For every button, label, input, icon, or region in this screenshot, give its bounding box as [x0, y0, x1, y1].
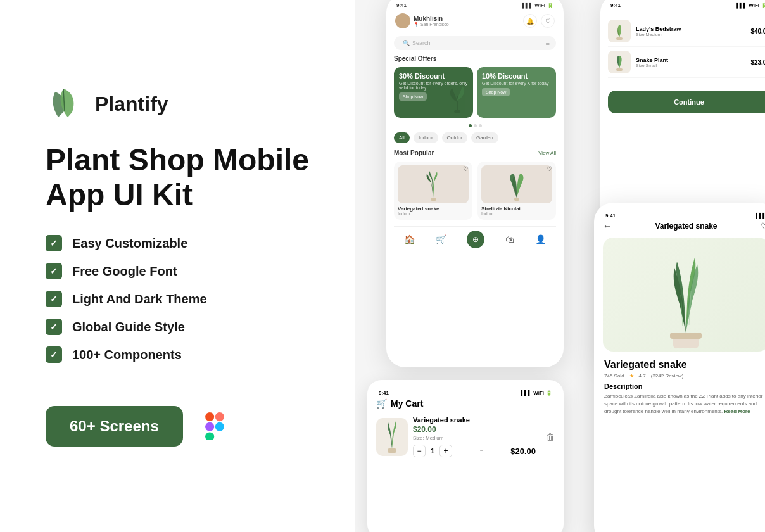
battery-2: 🔋 [761, 3, 765, 8]
svg-rect-1 [215, 412, 224, 421]
nav-home[interactable]: 🏠 [404, 234, 415, 244]
svg-rect-2 [205, 422, 214, 431]
filter-icon[interactable]: ≡ [546, 39, 550, 47]
cat-all[interactable]: All [394, 132, 410, 143]
detail-heart[interactable]: ♡ [761, 221, 765, 231]
qty-increase[interactable]: + [439, 445, 452, 457]
nav-scan[interactable]: ⊕ [467, 231, 484, 248]
figma-icon [201, 412, 229, 440]
app-name: Plantify [95, 92, 168, 116]
heart-icon-1[interactable]: ♡ [463, 165, 469, 172]
cart-item-name: Variegated snake [413, 416, 536, 424]
svg-rect-0 [205, 412, 214, 421]
pot-plant-1 [610, 21, 628, 41]
status-bar-cart: 9:41 ▌▌▌ WiFi 🔋 [376, 389, 555, 398]
cart-plant-svg [380, 419, 404, 454]
phone-main-header: Mukhlisin 📍 San Francisco 🔔 ♡ [394, 11, 556, 31]
right-area: 9:41 ▌▌▌ WiFi 🔋 Mukhlisin 📍 San Francisc… [355, 0, 765, 532]
svg-point-4 [215, 422, 224, 431]
snake-plant-detail [648, 244, 724, 352]
cart-icon: 🛒 [376, 398, 387, 408]
svg-rect-8 [616, 37, 623, 40]
feature-item-1: Easy Customizable [46, 235, 309, 251]
banner-1-btn[interactable]: Shop Now [399, 92, 427, 101]
notification-icon[interactable]: 🔔 [523, 14, 537, 28]
nav-cart[interactable]: 🛒 [436, 234, 446, 244]
detail-plant-image [603, 238, 765, 352]
user-location: 📍 San Francisco [414, 22, 449, 27]
list-item-2: Snake Plant Size Small $23.00 [608, 47, 765, 78]
nav-shop[interactable]: 🛍 [505, 234, 514, 244]
status-bar-detail: 9:41 ▌▌▌ [603, 212, 765, 221]
cart-title: My Cart [391, 398, 423, 408]
feature-label-2: Free Google Font [72, 264, 177, 279]
list-item-1: Lady's Bedstraw Size Medium $40.00 [608, 16, 765, 47]
feature-item-4: Global Guide Style [46, 319, 309, 335]
plant-img-1 [398, 165, 469, 203]
search-bar[interactable]: 🔍 Search ≡ [394, 36, 556, 50]
back-button[interactable]: ← [603, 221, 612, 231]
wifi-2: WiFi [749, 3, 759, 8]
plant-grid: ♡ Variegated snake Indoor ♡ [394, 162, 556, 220]
phone-main-screen: 9:41 ▌▌▌ WiFi 🔋 Mukhlisin 📍 San Francisc… [386, 0, 564, 367]
status-bar-1: 9:41 ▌▌▌ WiFi 🔋 [394, 1, 556, 11]
features-list: Easy Customizable Free Google Font Light… [46, 235, 309, 374]
phone-cart-screen: 9:41 ▌▌▌ WiFi 🔋 🛒 My Cart [367, 380, 564, 532]
svg-rect-14 [388, 448, 396, 453]
category-tabs[interactable]: All Indoor Outdor Garden [394, 132, 556, 143]
carousel-dots [394, 124, 556, 127]
svg-rect-6 [431, 198, 436, 201]
cart-item-details: Variegated snake $20.00 Size: Medium − 1… [413, 416, 536, 457]
cart-header: 🛒 My Cart [376, 398, 555, 408]
phone-cart: 9:41 ▌▌▌ WiFi 🔋 🛒 My Cart [367, 380, 564, 532]
list-item-1-size: Size Medium [636, 32, 681, 37]
cart-total-price: $20.00 [510, 446, 536, 456]
feature-item-2: Free Google Font [46, 263, 309, 279]
nav-profile[interactable]: 👤 [535, 234, 546, 244]
qty-decrease[interactable]: − [413, 445, 426, 457]
plant-img-2 [481, 165, 552, 203]
user-avatar [395, 13, 410, 28]
wifi-icon: WiFi [534, 3, 545, 8]
cat-outdoor[interactable]: Outdor [442, 132, 467, 143]
header-icons[interactable]: 🔔 ♡ [523, 14, 555, 28]
left-panel: Plantify Plant Shop Mobile App UI Kit Ea… [0, 0, 355, 532]
cart-item-img [376, 418, 408, 456]
screens-button[interactable]: 60+ Screens [46, 406, 183, 446]
signal-2: ▌▌▌ [736, 3, 747, 8]
list-item-2-name: Snake Plant [636, 57, 668, 63]
plant-card-2[interactable]: ♡ Strelitzia Nicolai Indoor [477, 162, 556, 220]
svg-rect-3 [205, 433, 214, 441]
dot-2 [474, 124, 477, 127]
snake-plant-svg-1 [419, 167, 448, 202]
location-icon: 📍 [414, 22, 419, 27]
view-all-link[interactable]: View All [538, 150, 556, 156]
heart-icon-2[interactable]: ♡ [547, 165, 552, 172]
feature-item-3: Light And Dark Theme [46, 291, 309, 307]
detail-stats: 745 Sold ★ 4.7 (3242 Review) [604, 373, 765, 379]
delete-icon[interactable]: 🗑 [546, 432, 555, 442]
cta-row: 60+ Screens [46, 406, 309, 446]
search-placeholder: Search [412, 40, 431, 46]
list-item-1-name: Lady's Bedstraw [636, 26, 681, 32]
popular-label: Most Popular [394, 149, 434, 156]
check-icon-4 [46, 319, 62, 335]
special-offers-label: Special Offers [394, 55, 556, 62]
plant-card-1[interactable]: ♡ Variegated snake Indoor [394, 162, 472, 220]
detail-header: ← Variegated snake ♡ [603, 221, 765, 231]
cat-garden[interactable]: Garden [471, 132, 498, 143]
signal-cart: ▌▌▌ [521, 390, 531, 396]
time-1: 9:41 [396, 3, 407, 8]
banner-2-btn[interactable]: Shop Now [482, 88, 510, 96]
continue-button[interactable]: Continue [608, 91, 765, 113]
quantity-row[interactable]: − 1 + = $20.00 [413, 445, 536, 457]
reviews: (3242 Review) [651, 373, 684, 379]
time-cart: 9:41 [379, 390, 389, 396]
banner-2-discount: 10% Discount [482, 72, 551, 80]
read-more-link[interactable]: Read More [724, 408, 750, 414]
cat-indoor[interactable]: Indoor [414, 132, 438, 143]
search-icon: 🔍 [403, 40, 410, 46]
bottom-nav[interactable]: 🏠 🛒 ⊕ 🛍 👤 [394, 226, 556, 248]
favorite-icon[interactable]: ♡ [541, 14, 555, 28]
feature-label-1: Easy Customizable [72, 236, 187, 251]
